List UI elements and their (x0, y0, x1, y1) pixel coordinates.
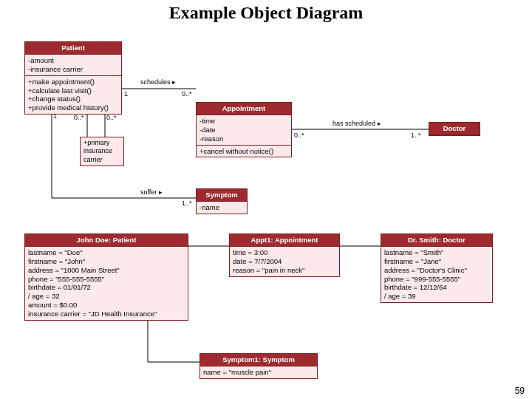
object-appt1-slots: time = 3:00 date = 7/7/2004 reason = "pa… (230, 247, 339, 276)
mult-schedules-left: 1 (124, 90, 128, 98)
object-symptom1-slots: name = "muscle pain" (200, 366, 317, 378)
object-dr-smith-name: Dr. Smith: Doctor (381, 234, 492, 247)
class-symptom-attrs: -name (197, 202, 247, 214)
class-doctor-name: Doctor (429, 123, 480, 135)
mult-primary-left: 0..* (74, 114, 84, 121)
assoc-schedules: schedules ▸ (140, 78, 176, 86)
class-appointment: Appointment -time -date -reason +cancel … (196, 102, 292, 157)
class-patient: Patient -amount -insurance carrier +make… (24, 41, 122, 115)
assoc-suffer: suffer ▸ (140, 188, 163, 196)
class-patient-name: Patient (25, 42, 121, 55)
class-patient-attrs: -amount -insurance carrier (25, 55, 121, 75)
object-appt1-name: Appt1: Appointment (230, 234, 339, 247)
object-john-doe: John Doe: Patient lastname = "Doe" first… (24, 233, 188, 321)
object-john-doe-slots: lastname = "Doe" firstname = "John" addr… (25, 247, 188, 320)
object-dr-smith: Dr. Smith: Doctor lastname = "Smith" fir… (381, 233, 493, 303)
mult-suffer-right: 1..* (182, 200, 192, 207)
class-symptom-name: Symptom (197, 189, 247, 202)
object-symptom1: Symptom1: Symptom name = "muscle pain" (200, 353, 318, 379)
class-appointment-name: Appointment (197, 103, 291, 115)
insurance-carrier-label: +primary insurance carrier (83, 139, 120, 164)
mult-has-scheduled-right: 1..* (411, 132, 421, 139)
class-appointment-ops: +cancel without notice() (197, 145, 291, 157)
object-appt1: Appt1: Appointment time = 3:00 date = 7/… (229, 233, 340, 277)
object-john-doe-name: John Doe: Patient (25, 234, 188, 247)
object-symptom1-name: Symptom1: Symptom (200, 354, 317, 366)
mult-schedules-right: 0..* (182, 90, 192, 98)
class-appointment-attrs: -time -date -reason (197, 115, 291, 145)
mult-primary-right: 0..* (106, 114, 117, 121)
object-dr-smith-slots: lastname = "Smith" firstname = "Jane" ad… (381, 247, 492, 302)
insurance-carrier-box: +primary insurance carrier (80, 137, 124, 166)
page-title: Example Object Diagram (0, 3, 532, 23)
mult-suffer-top: 1 (53, 112, 57, 120)
assoc-has-scheduled: has scheduled ▸ (332, 120, 381, 127)
class-doctor: Doctor (429, 122, 480, 136)
class-patient-ops: +make appointment() +calculate last visi… (25, 75, 121, 115)
page-number: 59 (515, 386, 525, 396)
class-symptom: Symptom -name (196, 188, 248, 214)
mult-has-scheduled-left: 0..* (294, 132, 304, 139)
